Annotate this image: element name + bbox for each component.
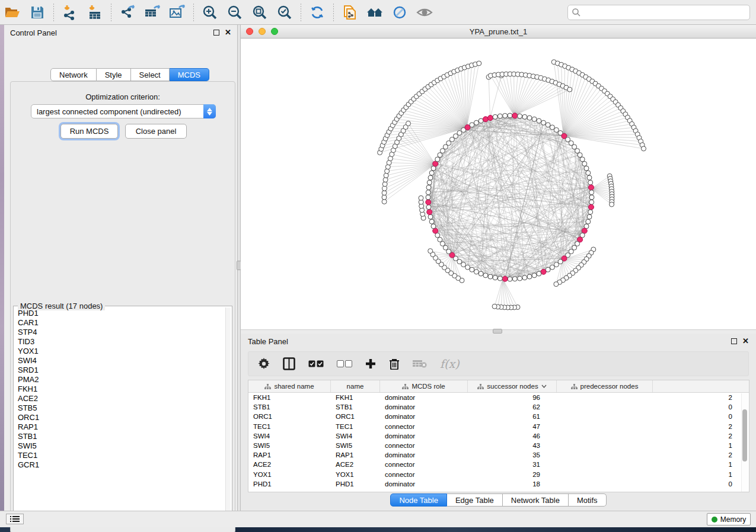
network-window-title: YPA_prune.txt_1 (241, 27, 756, 36)
network-canvas[interactable] (241, 39, 756, 329)
tab-mcds[interactable]: MCDS (170, 68, 209, 81)
mcds-result-item[interactable]: SWI5 (18, 441, 225, 451)
select-all-columns-icon[interactable] (308, 356, 324, 371)
table-cell: 18 (468, 480, 548, 488)
table-row[interactable]: YOX1YOX1connector291 (248, 470, 749, 479)
delete-column-trash-icon[interactable] (389, 356, 400, 371)
zoom-in-icon[interactable] (200, 2, 220, 23)
open-file-icon[interactable] (2, 2, 23, 23)
table-cell: 2 (548, 394, 741, 401)
float-table-panel-icon[interactable] (731, 338, 737, 344)
column-header-name[interactable]: name (331, 380, 380, 392)
table-row[interactable]: SWI4SWI4dominator462 (248, 431, 749, 441)
mcds-result-item[interactable]: FKH1 (18, 384, 225, 394)
close-table-panel-icon[interactable]: ✕ (742, 338, 749, 344)
table-row[interactable]: ACE2ACE2connector311 (248, 460, 749, 469)
mcds-result-list[interactable]: PHD1CAR1STP4TID3YOX1SWI4SRD1PMA2FKH1ACE2… (14, 307, 225, 520)
delete-table-icon (413, 356, 427, 371)
mcds-result-item[interactable]: STB5 (18, 403, 225, 413)
mcds-result-item[interactable]: RAP1 (18, 422, 225, 432)
mcds-result-item[interactable]: TID3 (18, 337, 225, 347)
mcds-result-item[interactable]: PHD1 (18, 309, 225, 318)
cytoscape-window: Control Panel ✕ NetworkStyleSelectMCDS O… (0, 0, 756, 532)
table-settings-gear-icon[interactable] (258, 356, 270, 371)
memory-button[interactable]: Memory (707, 513, 751, 525)
mcds-result-item[interactable]: STP4 (18, 328, 225, 337)
criterion-dropdown[interactable]: largest connected component (undirected) (31, 104, 216, 118)
table-cell: 29 (468, 471, 548, 478)
mcds-result-item[interactable]: SRD1 (18, 366, 225, 375)
table-cell: ACE2 (248, 461, 331, 468)
unselect-all-columns-icon[interactable] (337, 356, 352, 371)
table-cell: dominator (380, 403, 468, 411)
table-row[interactable]: TEC1TEC1connector472 (248, 422, 749, 431)
table-row[interactable]: ORC1ORC1dominator610 (248, 412, 749, 421)
search-input[interactable] (581, 7, 749, 18)
save-session-icon[interactable] (27, 2, 47, 23)
show-graphics-eye-icon[interactable] (414, 2, 435, 23)
tab-node-table[interactable]: Node Table (390, 493, 447, 507)
table-cell: RAP1 (331, 451, 380, 459)
mcds-list-scrollbar[interactable] (225, 307, 231, 520)
hide-annotations-icon[interactable] (390, 2, 410, 23)
node-table: shared namenameMCDS rolesuccessor nodesp… (248, 380, 749, 492)
search-field[interactable] (567, 5, 750, 20)
column-header-shared-name[interactable]: shared name (248, 380, 331, 392)
session-home-icon[interactable] (365, 2, 385, 23)
create-column-plus-icon[interactable] (365, 356, 376, 371)
table-cell: 1 (548, 442, 741, 449)
mcds-result-item[interactable]: YOX1 (18, 347, 225, 356)
table-cell: 31 (468, 461, 548, 468)
table-cell: 47 (468, 423, 548, 430)
tab-select[interactable]: Select (131, 68, 170, 81)
list-icon (10, 515, 20, 523)
table-scrollbar[interactable] (741, 393, 748, 492)
refresh-layout-icon[interactable] (307, 2, 327, 23)
mcds-result-item[interactable]: SWI4 (18, 356, 225, 366)
float-panel-icon[interactable] (213, 30, 219, 36)
export-network-icon[interactable] (117, 2, 138, 23)
table-scrollbar-thumb[interactable] (742, 409, 747, 462)
import-network-icon[interactable] (60, 2, 80, 23)
table-cell: ORC1 (248, 413, 331, 420)
zoom-fit-icon[interactable] (250, 2, 270, 23)
table-cell: ACE2 (331, 461, 380, 468)
mcds-result-item[interactable]: GCR1 (18, 460, 225, 470)
table-cell: connector (380, 423, 468, 430)
export-table-icon[interactable] (142, 2, 162, 23)
zoom-out-icon[interactable] (225, 2, 245, 23)
tab-network[interactable]: Network (50, 68, 97, 81)
table-cell: TEC1 (331, 423, 380, 430)
table-cell: SWI5 (331, 442, 380, 449)
zoom-selected-icon[interactable] (275, 2, 295, 23)
table-row[interactable]: RAP1RAP1dominator352 (248, 450, 749, 460)
control-panel-title: Control Panel (10, 28, 57, 37)
table-row[interactable]: PHD1PHD1dominator180 (248, 479, 749, 489)
mcds-result-item[interactable]: STB1 (18, 432, 225, 441)
tab-style[interactable]: Style (97, 68, 131, 81)
mcds-result-item[interactable]: ACE2 (18, 394, 225, 403)
mcds-result-item[interactable]: PMA2 (18, 375, 225, 384)
run-mcds-button[interactable]: Run MCDS (60, 124, 118, 139)
table-row[interactable]: FKH1FKH1dominator962 (248, 393, 749, 402)
export-image-icon[interactable] (167, 2, 187, 23)
network-table-divider-handle[interactable] (493, 329, 502, 334)
tab-motifs[interactable]: Motifs (569, 493, 607, 507)
clone-network-icon[interactable] (340, 2, 360, 23)
mcds-result-item[interactable]: ORC1 (18, 413, 225, 422)
column-header-MCDS-role[interactable]: MCDS role (380, 380, 468, 392)
mcds-result-item[interactable]: CAR1 (18, 318, 225, 328)
table-row[interactable]: SWI5SWI5connector431 (248, 441, 749, 450)
close-panel-icon[interactable]: ✕ (225, 30, 231, 36)
table-row[interactable]: STB1STB1dominator620 (248, 402, 749, 412)
column-header-successor-nodes[interactable]: successor nodes (468, 380, 557, 392)
tab-network-table[interactable]: Network Table (503, 493, 569, 507)
import-table-icon[interactable] (85, 2, 105, 23)
column-header-predecessor-nodes[interactable]: predecessor nodes (557, 380, 653, 392)
close-panel-button[interactable]: Close panel (125, 124, 187, 139)
table-cell: 43 (468, 442, 548, 449)
column-panel-icon[interactable] (283, 356, 295, 371)
tab-edge-table[interactable]: Edge Table (447, 493, 503, 507)
task-history-button[interactable] (6, 514, 24, 524)
mcds-result-item[interactable]: TEC1 (18, 451, 225, 460)
